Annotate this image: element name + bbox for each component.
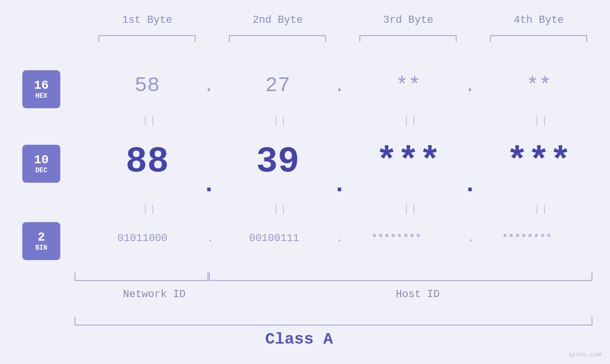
dec-dot2: .: [328, 171, 351, 199]
bracket-top-1: [98, 35, 196, 42]
bin-badge-label: BIN: [35, 244, 47, 252]
hex-dot1: .: [197, 76, 221, 96]
dec-byte1: 88: [93, 141, 202, 182]
sep2-b2: ||: [273, 204, 288, 215]
sep1-b2: ||: [273, 115, 288, 126]
byte-4-header: 4th Byte: [491, 14, 586, 26]
dec-byte2: 39: [223, 141, 332, 182]
network-id-bracket: [75, 272, 208, 281]
dec-dot3: .: [458, 171, 482, 199]
sep1-b1: ||: [142, 115, 158, 126]
network-id-label: Network ID: [93, 289, 216, 300]
sep2-b1: ||: [142, 204, 158, 215]
host-id-bracket: [209, 272, 592, 281]
sep1-b3: ||: [404, 115, 419, 126]
hex-byte3: **: [361, 74, 456, 97]
host-id-label: Host ID: [328, 289, 508, 300]
byte-3-header: 3rd Byte: [361, 14, 456, 26]
bin-byte3: ********: [332, 233, 460, 244]
class-label: Class A: [0, 330, 598, 348]
dec-badge-label: DEC: [35, 167, 47, 174]
hex-byte4: **: [491, 74, 586, 97]
hex-badge-number: 16: [34, 79, 48, 93]
hex-byte1: 58: [100, 74, 195, 97]
bracket-top-3: [359, 35, 457, 42]
sep2-b4: ||: [534, 204, 549, 215]
hex-byte2: 27: [230, 74, 325, 97]
byte-2-header: 2nd Byte: [230, 14, 325, 26]
hex-badge: 16 HEX: [22, 70, 60, 108]
main-page: 1st Byte 2nd Byte 3rd Byte 4th Byte 16 H…: [0, 0, 610, 364]
hex-dot3: .: [458, 76, 482, 96]
bin-byte2: 00100111: [204, 233, 344, 244]
class-bracket: [75, 317, 592, 326]
dec-byte4: ***: [484, 141, 593, 182]
bracket-top-4: [490, 35, 587, 42]
byte-1-header: 1st Byte: [100, 14, 195, 26]
sep1-b4: ||: [534, 115, 549, 126]
sep2-b3: ||: [404, 204, 419, 215]
watermark: ipshu.com: [568, 351, 601, 358]
hex-dot2: .: [328, 76, 351, 96]
bin-badge-number: 2: [38, 231, 45, 244]
dec-byte3: ***: [354, 141, 463, 182]
bin-byte4: ********: [463, 233, 591, 244]
dec-dot1: .: [197, 171, 221, 199]
dec-badge: 10 DEC: [22, 145, 60, 183]
bin-badge: 2 BIN: [22, 222, 60, 260]
bin-byte1: 01011000: [71, 233, 214, 244]
bracket-top-2: [229, 35, 326, 42]
dec-badge-number: 10: [34, 153, 48, 167]
hex-badge-label: HEX: [35, 92, 47, 100]
